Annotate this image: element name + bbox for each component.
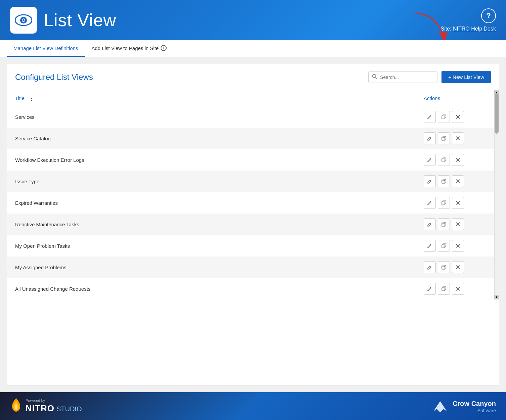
table-wrapper: Title ⋮ Actions ServicesService CatalogW…: [7, 90, 499, 299]
svg-point-4: [24, 19, 25, 20]
copy-button[interactable]: [438, 154, 450, 166]
row-actions-cell: [416, 128, 483, 149]
edit-button[interactable]: [424, 261, 436, 273]
table-row: Services: [7, 106, 499, 128]
search-input[interactable]: [380, 75, 434, 80]
flame-icon: [10, 398, 22, 415]
delete-button[interactable]: [452, 283, 464, 295]
edit-button[interactable]: [424, 154, 436, 166]
table-row: Workflow Execution Error Logs: [7, 149, 499, 171]
copy-button[interactable]: [438, 240, 450, 252]
section-header: Configured List Views + New List View: [7, 64, 499, 90]
help-button[interactable]: ?: [481, 8, 496, 23]
eye-icon: [15, 11, 32, 29]
crow-canyon-branding: Crow Canyon Software: [453, 399, 496, 413]
studio-label: STUDIO: [56, 405, 82, 413]
delete-button[interactable]: [452, 218, 464, 230]
tab-add-list-view[interactable]: Add List View to Pages in Site i: [85, 40, 173, 57]
svg-rect-26: [442, 245, 445, 248]
actions-cell: [424, 240, 475, 252]
row-actions-cell: [416, 106, 483, 128]
table-row: All Unassigned Change Requests: [7, 278, 499, 299]
copy-button[interactable]: [438, 175, 450, 187]
new-list-view-button[interactable]: + New List View: [441, 71, 491, 83]
table-body: ServicesService CatalogWorkflow Executio…: [7, 106, 499, 300]
row-title-cell: Workflow Execution Error Logs: [7, 149, 416, 171]
svg-rect-20: [442, 202, 445, 205]
row-title-cell: Reactive Maintenance Tasks: [7, 214, 416, 235]
svg-rect-23: [442, 223, 445, 226]
scrollbar-thumb[interactable]: [495, 93, 499, 134]
delete-button[interactable]: [452, 175, 464, 187]
page-title: List View: [44, 10, 116, 30]
svg-point-6: [373, 74, 376, 78]
edit-button[interactable]: [424, 283, 436, 295]
site-link[interactable]: NITRO Help Desk: [453, 26, 496, 32]
actions-cell: [424, 111, 475, 123]
delete-button[interactable]: [452, 240, 464, 252]
table-row: My Open Problem Tasks: [7, 235, 499, 256]
copy-button[interactable]: [438, 132, 450, 144]
row-actions-cell: [416, 171, 483, 192]
actions-cell: [424, 283, 475, 295]
footer-nitro-branding: Powered by NITRO STUDIO: [26, 399, 82, 414]
svg-line-7: [376, 77, 377, 79]
header-right: ? Site: NITRO Help Desk: [441, 8, 496, 32]
crow-canyon-logo: Crow Canyon Software: [432, 399, 496, 413]
row-actions-cell: [416, 278, 483, 299]
column-options-icon[interactable]: ⋮: [29, 94, 35, 102]
main-content: Configured List Views + New List View: [7, 64, 499, 385]
row-actions-cell: [416, 192, 483, 214]
copy-button[interactable]: [438, 261, 450, 273]
tab-manage-list-views[interactable]: Manage List View Definitions: [7, 40, 85, 57]
copy-button[interactable]: [438, 218, 450, 230]
column-header-actions: Actions: [416, 90, 483, 106]
company-name: Crow Canyon: [453, 399, 496, 408]
table-row: Service Catalog: [7, 128, 499, 149]
delete-button[interactable]: [452, 154, 464, 166]
row-actions-cell: [416, 149, 483, 171]
edit-button[interactable]: [424, 132, 436, 144]
actions-cell: [424, 132, 475, 144]
edit-button[interactable]: [424, 175, 436, 187]
section-title: Configured List Views: [15, 73, 93, 82]
edit-button[interactable]: [424, 111, 436, 123]
list-views-table: Title ⋮ Actions ServicesService CatalogW…: [7, 90, 499, 299]
page-header: List View ? Site: NITRO Help Desk: [0, 0, 506, 40]
actions-cell: [424, 218, 475, 230]
edit-button[interactable]: [424, 218, 436, 230]
svg-rect-32: [442, 288, 445, 291]
search-icon: [372, 74, 377, 81]
edit-button[interactable]: [424, 240, 436, 252]
actions-cell: [424, 261, 475, 273]
site-label: Site:: [441, 26, 452, 32]
table-header-row: Title ⋮ Actions: [7, 90, 499, 106]
delete-button[interactable]: [452, 261, 464, 273]
copy-button[interactable]: [438, 111, 450, 123]
row-title-cell: Issue Type: [7, 171, 416, 192]
copy-button[interactable]: [438, 197, 450, 209]
search-wrapper: [368, 72, 437, 83]
scroll-down-arrow[interactable]: ▼: [494, 295, 499, 299]
crow-wing-svg: [432, 400, 449, 413]
info-icon[interactable]: i: [161, 45, 167, 51]
scrollbar-track[interactable]: ▲ ▼: [494, 90, 499, 299]
copy-button[interactable]: [438, 283, 450, 295]
table-row: Issue Type: [7, 171, 499, 192]
row-title-cell: Expired Warranties: [7, 192, 416, 214]
row-title-cell: My Open Problem Tasks: [7, 235, 416, 256]
actions-cell: [424, 175, 475, 187]
column-header-title: Title ⋮: [7, 90, 416, 106]
actions-cell: [424, 197, 475, 209]
svg-rect-17: [442, 180, 445, 183]
delete-button[interactable]: [452, 111, 464, 123]
table-row: My Assigned Problems: [7, 256, 499, 278]
row-actions-cell: [416, 235, 483, 256]
edit-button[interactable]: [424, 197, 436, 209]
delete-button[interactable]: [452, 197, 464, 209]
delete-button[interactable]: [452, 132, 464, 144]
row-actions-cell: [416, 256, 483, 278]
row-title-cell: All Unassigned Change Requests: [7, 278, 416, 299]
site-info: Site: NITRO Help Desk: [441, 26, 496, 32]
svg-rect-14: [442, 159, 445, 162]
